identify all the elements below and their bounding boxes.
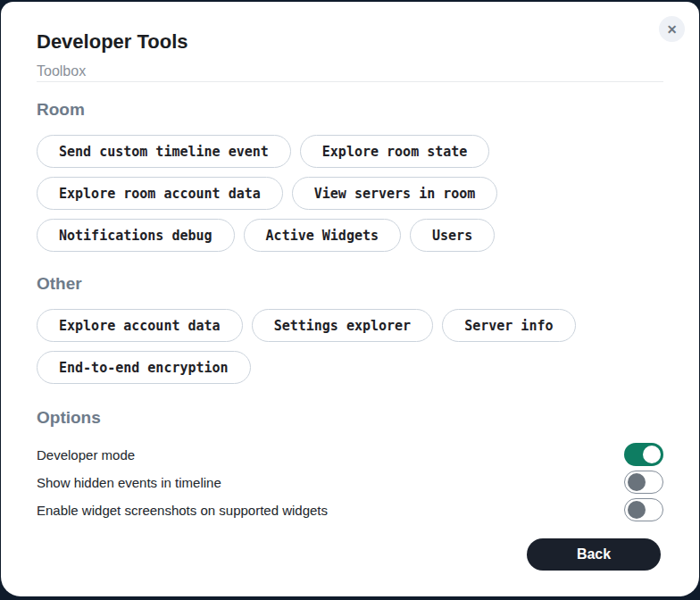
- section-heading-room: Room: [37, 100, 663, 120]
- show-hidden-events-label: Show hidden events in timeline: [37, 475, 221, 490]
- option-row-widget-screenshots: Enable widget screenshots on supported w…: [37, 498, 663, 521]
- dialog-title: Developer Tools: [37, 30, 663, 54]
- room-button-grid: Send custom timeline event Explore room …: [37, 135, 663, 252]
- widget-screenshots-label: Enable widget screenshots on supported w…: [37, 503, 328, 518]
- active-widgets-button[interactable]: Active Widgets: [244, 219, 401, 252]
- section-heading-other: Other: [37, 274, 663, 294]
- users-button[interactable]: Users: [410, 219, 495, 252]
- widget-screenshots-toggle[interactable]: [624, 498, 663, 521]
- settings-explorer-button[interactable]: Settings explorer: [252, 309, 434, 342]
- explore-room-account-data-button[interactable]: Explore room account data: [37, 177, 283, 210]
- explore-account-data-button[interactable]: Explore account data: [37, 309, 243, 342]
- developer-mode-toggle[interactable]: [624, 443, 663, 466]
- explore-room-state-button[interactable]: Explore room state: [300, 135, 490, 168]
- close-icon: ✕: [667, 23, 678, 36]
- developer-tools-dialog: ✕ Developer Tools Toolbox Room Send cust…: [1, 2, 699, 596]
- toggle-knob: [628, 501, 646, 519]
- toggle-knob: [628, 473, 646, 491]
- section-heading-options: Options: [37, 408, 663, 428]
- option-row-developer-mode: Developer mode: [37, 443, 663, 466]
- notifications-debug-button[interactable]: Notifications debug: [37, 219, 235, 252]
- show-hidden-events-toggle[interactable]: [624, 471, 663, 494]
- toggle-knob: [643, 446, 661, 463]
- dialog-footer: Back: [37, 538, 663, 571]
- other-button-grid: Explore account data Settings explorer S…: [37, 309, 663, 384]
- dialog-subtitle: Toolbox: [37, 63, 663, 82]
- developer-mode-label: Developer mode: [37, 447, 135, 462]
- server-info-button[interactable]: Server info: [442, 309, 575, 342]
- back-button[interactable]: Back: [527, 538, 661, 571]
- close-button[interactable]: ✕: [659, 16, 685, 42]
- send-custom-timeline-event-button[interactable]: Send custom timeline event: [37, 135, 291, 168]
- option-row-show-hidden-events: Show hidden events in timeline: [37, 471, 663, 494]
- end-to-end-encryption-button[interactable]: End-to-end encryption: [37, 351, 251, 384]
- view-servers-in-room-button[interactable]: View servers in room: [292, 177, 498, 210]
- options-list: Developer mode Show hidden events in tim…: [37, 443, 663, 521]
